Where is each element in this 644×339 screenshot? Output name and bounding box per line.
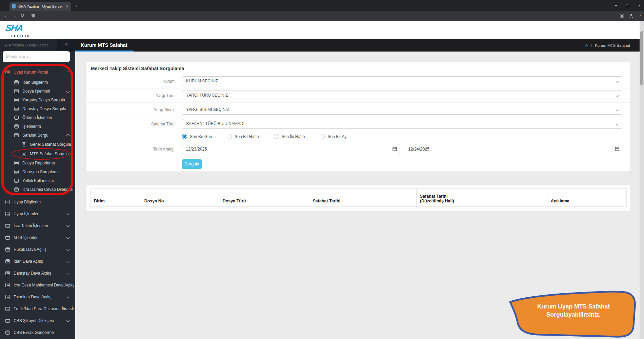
query-form-card: Merkezi Takip Sistemi Safahat Sorgulama … — [86, 62, 630, 172]
sidebar-item-dosya-raporlama[interactable]: Dosya Raporlama — [0, 159, 75, 167]
annotation-callout: Kurum Uyap MTS Safahat Sorgulayabilirsin… — [507, 289, 637, 339]
shield-icon[interactable] — [31, 13, 36, 18]
app-header: SHA YAZILIM KEP E-Baro : 0 1 0 0 Admin A… — [0, 21, 644, 39]
archive-icon — [5, 307, 10, 311]
date-to-input[interactable] — [405, 144, 623, 154]
radio-son-bir-hafta[interactable]: Son Bir Hafta — [227, 134, 259, 139]
sidebar-item-hukuk-dava-acilis[interactable]: Hukuk Dava Açılış — [0, 243, 75, 255]
chevron-down-icon — [616, 123, 619, 125]
sidebar-item-mts-safahat-sorgula[interactable]: MTS Safahat Sorgula — [0, 149, 75, 159]
document-icon — [14, 116, 19, 120]
column-header-safahat-tarihi: Safahat Tarihi — [309, 189, 416, 207]
form-row-tarih-araligi: Tarih Aralığı — [86, 142, 630, 156]
sidebar-item-cbs-sikayet-dilekcesi[interactable]: CBS Şikayet Dilekçesi — [0, 315, 75, 326]
chevron-down-icon — [66, 295, 70, 299]
tab-kurum-mts-safahat[interactable]: Kurum MTS Safahat — [75, 39, 134, 52]
archive-icon — [5, 295, 10, 299]
archive-icon — [14, 133, 19, 137]
radio-son-iki-hafta[interactable]: Son İki Hafta — [274, 134, 305, 139]
column-header-birim: Birim — [90, 189, 141, 207]
yargi-birimi-select[interactable]: YARGI BİRİMİ SEÇİNİZ — [182, 105, 622, 115]
sidebar-item-icra-ceza-mahkemesi[interactable]: İcra Ceza Mahkemesi Dava Açılış — [0, 279, 75, 291]
breadcrumb-current: Kurum MTS Safahat — [595, 43, 630, 47]
archive-icon — [5, 271, 10, 275]
breadcrumb: ⌂ / Kurum MTS Safahat — [585, 39, 630, 52]
archive-icon — [5, 319, 10, 323]
form-row-yargi-turu: Yargı Türü YARGI TÜRÜ SEÇİNİZ — [86, 88, 630, 103]
sidebar-item-yetkili-kullanicilar[interactable]: Yetkili Kullanıcılar — [0, 176, 75, 185]
sidebar-item-iban-bilgilerim[interactable]: Iban Bilgilerim — [0, 78, 75, 87]
page-scrollbar-thumb[interactable] — [640, 31, 643, 85]
sorgula-button[interactable]: Sorgula — [182, 159, 202, 169]
sidebar-item-islemlerim[interactable]: İşlemlerim — [0, 122, 75, 131]
sha-logo: SHA YAZILIM — [5, 24, 31, 38]
sidebar-item-yargitay-dosya-sorgula[interactable]: Yargıtay Dosya Sorgula — [0, 96, 75, 104]
chevron-down-icon — [616, 94, 619, 97]
sidebar-item-icra-takibi-islemleri[interactable]: İcra Takibi İşlemleri — [0, 220, 75, 232]
chevron-down-icon — [66, 319, 70, 322]
date-from-input[interactable] — [182, 144, 400, 154]
share-icon[interactable] — [620, 14, 624, 18]
browser-tab[interactable]: SHA Yazılım - Uyap Server × — [9, 2, 71, 11]
sidebar-item-genel-safahat-sorgula[interactable]: Genel Safahat Sorgula — [0, 140, 75, 149]
menu-search-input[interactable] — [3, 51, 70, 62]
browser-menu-icon[interactable]: ⋮ — [638, 13, 643, 18]
safahat-turu-select[interactable]: SAFAHAT TÜRÜ BULUNAMADI — [182, 119, 622, 129]
sidebar-item-mts-islemleri[interactable]: MTS İşlemleri — [0, 232, 75, 243]
home-icon[interactable]: ⌂ — [585, 42, 588, 48]
field-label: Kurum — [86, 79, 182, 84]
radio-icon — [227, 134, 232, 139]
kurum-select[interactable]: KURUM SEÇİNİZ — [182, 76, 622, 86]
sidebar-item-trafik-idari-para-cezasi[interactable]: Trafik/İdari Para Cezasına İtiraz İşleml… — [0, 303, 75, 315]
sidebar-item-uyap-islemler[interactable]: Uyap İşlemler — [0, 208, 75, 220]
tab-close-icon[interactable]: × — [66, 4, 68, 9]
back-icon[interactable]: ← — [4, 13, 9, 18]
document-icon — [14, 80, 19, 84]
sidebar-item-odeme-islemleri[interactable]: Ödeme İşlemleri — [0, 113, 75, 122]
sidebar-item-tazminat-dava-acilis[interactable]: Tazminat Dava Açılış — [0, 291, 75, 303]
sidebar-item-icra-dairesi-cevap[interactable]: İcra Dairesi Cevap Dilekçesi ... — [0, 185, 75, 194]
chevron-up-icon — [66, 134, 70, 137]
field-label: Yargı Birimi — [86, 107, 182, 112]
window-controls: − × — [615, 0, 641, 11]
forward-icon[interactable]: → — [12, 13, 17, 18]
document-icon — [14, 98, 19, 102]
radio-son-bir-gun[interactable]: Son Bir Gün — [182, 134, 212, 139]
archive-icon — [5, 236, 10, 240]
radio-son-bir-ay[interactable]: Son Bir Ay — [320, 134, 346, 139]
chevron-down-icon — [66, 272, 70, 275]
calendar-icon[interactable] — [615, 146, 619, 151]
sidebar-item-uyap-kurum-portal[interactable]: Uyap Kurum Portal — [0, 66, 75, 78]
calendar-icon[interactable] — [393, 146, 397, 151]
hamburger-menu-icon[interactable]: ≡ — [57, 39, 75, 52]
new-tab-button[interactable]: + — [75, 3, 78, 8]
sidebar-item-idari-dava-acilis[interactable]: İdari Dava Açılış — [0, 255, 75, 267]
profile-icon[interactable] — [628, 14, 633, 18]
archive-icon — [5, 70, 10, 74]
sidebar-item-dosya-islemleri[interactable]: Dosya İşlemleri — [0, 87, 75, 96]
yargi-turu-select[interactable]: YARGI TÜRÜ SEÇİNİZ — [182, 91, 622, 100]
radio-icon — [320, 134, 325, 139]
browser-tab-title: SHA Yazılım - Uyap Server — [18, 4, 64, 8]
sidebar-item-cbs-evrak-gonderme[interactable]: CBS Evrak Gönderme — [0, 326, 75, 338]
chevron-down-icon — [66, 212, 70, 216]
window-close-icon[interactable]: × — [638, 3, 641, 8]
sidebar-item-uyap-bilgilerim[interactable]: Uyap Bilgilerim — [0, 196, 75, 208]
document-icon — [5, 331, 10, 335]
chevron-down-icon — [66, 224, 70, 227]
document-icon — [14, 161, 19, 165]
document-icon — [14, 124, 19, 128]
reload-icon[interactable]: ↻ — [20, 13, 24, 18]
sidebar-item-danistay-dosya-sorgula[interactable]: Danıştay Dosya Sorgula — [0, 104, 75, 113]
browser-tab-strip: SHA Yazılım - Uyap Server × + − × — [0, 0, 644, 11]
minimize-icon[interactable]: − — [615, 3, 618, 8]
sidebar-item-durusma-sorgulama[interactable]: Duruşma Sorgulama — [0, 167, 75, 176]
maximize-icon[interactable] — [626, 4, 629, 7]
page-scrollbar-track[interactable] — [640, 21, 644, 339]
archive-icon — [5, 224, 10, 228]
sidebar-item-danistay-dava-acilis[interactable]: Danıştay Dava Açılış — [0, 267, 75, 279]
radio-checked-icon — [182, 134, 187, 139]
field-label: Yargı Türü — [86, 93, 182, 98]
sidebar-item-safahat-sorgu[interactable]: Safahat Sorgu — [0, 131, 75, 140]
column-header-safahat-tarihi-duzeltilmis: Safahat Tarihi(Düzeltilmiş Hali) — [416, 189, 547, 207]
